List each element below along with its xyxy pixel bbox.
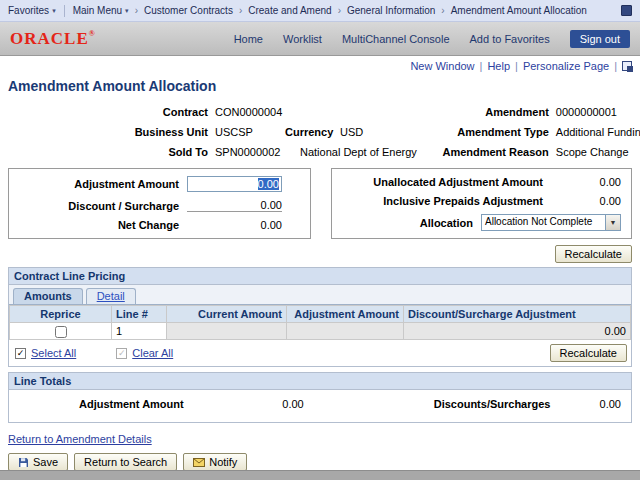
home-link[interactable]: Home [234, 33, 263, 45]
totals-discounts-label: Discounts/Surcharges [434, 398, 551, 410]
business-unit-value: USCSP [215, 122, 285, 142]
amendment-type-value: Additional Funding [556, 122, 640, 142]
contract-value: CON0000004 [215, 102, 282, 122]
divider: | [614, 60, 617, 72]
breadcrumb-item-customer-contracts[interactable]: Customer Contracts [144, 5, 233, 16]
recalculate-button[interactable]: Recalculate [555, 245, 632, 263]
currency-label: Currency [285, 122, 333, 142]
discount-surcharge-value: 0.00 [187, 199, 282, 212]
breadcrumb-separator: › [239, 5, 242, 16]
adjustment-amount-cell [287, 323, 404, 340]
divider [64, 5, 65, 17]
amendment-reason-label: Amendment Reason [417, 142, 549, 162]
multichannel-console-link[interactable]: MultiChannel Console [342, 33, 450, 45]
table-row: 1 0.00 [10, 323, 631, 340]
status-bar [0, 470, 640, 480]
tab-amounts[interactable]: Amounts [13, 288, 83, 304]
column-header-discount-adjustment[interactable]: Discount/Surcharge Adjustment [404, 306, 631, 323]
notify-icon [193, 458, 205, 467]
inclusive-prepaids-value: 0.00 [551, 195, 621, 207]
oracle-logo: ORACLE® [10, 29, 96, 49]
breadcrumb-separator: › [338, 5, 341, 16]
worklist-link[interactable]: Worklist [283, 33, 322, 45]
amendment-label: Amendment [417, 102, 549, 122]
chevron-down-icon: ▾ [52, 7, 56, 15]
column-header-line: Line # [112, 306, 167, 323]
amendment-type-label: Amendment Type [417, 122, 549, 142]
breadcrumb-separator: › [441, 5, 444, 16]
adjustment-amount-input[interactable]: 0.00 [187, 176, 282, 192]
adjustment-amount-input-value: 0.00 [258, 178, 279, 190]
allocation-group-box: Unallocated Adjustment Amount 0.00 Inclu… [331, 168, 632, 239]
notify-button-label: Notify [209, 456, 237, 468]
breadcrumb-item-create-and-amend[interactable]: Create and Amend [248, 5, 331, 16]
tab-detail-label: Detail [97, 290, 125, 302]
check-icon: ✓ [118, 349, 126, 358]
return-to-search-label: Return to Search [84, 456, 167, 468]
line-pricing-table: Reprice Line # Current Amount Adjustment… [9, 305, 631, 340]
line-totals-section: Line Totals Adjustment Amount 0.00 Disco… [8, 372, 632, 423]
business-unit-label: Business Unit [8, 122, 208, 142]
net-change-value: 0.00 [187, 219, 282, 231]
inclusive-prepaids-label: Inclusive Prepaids Adjustment [383, 195, 543, 207]
clear-all-link[interactable]: Clear All [132, 347, 173, 359]
check-icon: ✓ [17, 349, 25, 358]
chevron-down-icon[interactable]: ▼ [605, 215, 620, 230]
notify-button[interactable]: Notify [183, 453, 247, 471]
amendment-value: 0000000001 [556, 102, 617, 122]
save-icon [18, 457, 29, 468]
favorites-label: Favorites [8, 5, 49, 16]
sold-to-label: Sold To [8, 142, 208, 162]
page-utility-links: New Window | Help | Personalize Page | [8, 58, 632, 72]
unallocated-adjustment-label: Unallocated Adjustment Amount [373, 176, 543, 188]
menu-icon[interactable] [621, 5, 632, 16]
amendment-reason-value: Scope Change [556, 142, 629, 162]
line-number-cell: 1 [112, 323, 167, 340]
header-fields: Contract CON0000004 Business Unit USCSP … [8, 102, 632, 162]
select-all-link[interactable]: Select All [31, 347, 76, 359]
net-change-label: Net Change [19, 219, 179, 231]
allocation-select[interactable]: Allocation Not Complete ▼ [481, 214, 621, 231]
divider: | [480, 60, 483, 72]
reprice-checkbox[interactable] [55, 326, 67, 338]
toolbar: Save Return to Search Notify [8, 453, 632, 471]
tab-detail[interactable]: Detail [86, 288, 136, 304]
main-menu-label: Main Menu [73, 5, 122, 16]
divider: | [515, 60, 518, 72]
header-bar: ORACLE® Home Worklist MultiChannel Conso… [0, 22, 640, 56]
contract-line-pricing-section: Contract Line Pricing Amounts Detail Rep… [8, 267, 632, 367]
copy-url-icon[interactable] [622, 61, 632, 71]
adjustment-group-box: Adjustment Amount 0.00 Discount / Surcha… [8, 168, 311, 239]
breadcrumb-item-general-information[interactable]: General Information [347, 5, 435, 16]
column-header-current-amount[interactable]: Current Amount [167, 306, 287, 323]
favorites-menu[interactable]: Favorites ▾ [8, 5, 56, 16]
new-window-link[interactable]: New Window [410, 60, 474, 72]
return-to-search-button[interactable]: Return to Search [74, 453, 177, 471]
totals-discounts-value: 0.00 [550, 398, 621, 410]
discount-adjustment-cell: 0.00 [404, 323, 631, 340]
breadcrumb-separator: › [135, 5, 138, 16]
column-header-adjustment-amount[interactable]: Adjustment Amount [287, 306, 404, 323]
save-button[interactable]: Save [8, 453, 68, 471]
save-button-label: Save [33, 456, 58, 468]
help-link[interactable]: Help [487, 60, 510, 72]
breadcrumb-item-current-page: Amendment Amount Allocation [451, 5, 587, 16]
contract-line-pricing-title: Contract Line Pricing [9, 268, 631, 285]
column-header-reprice: Reprice [10, 306, 112, 323]
select-all-icon[interactable]: ✓ [15, 348, 26, 359]
contract-label: Contract [8, 102, 208, 122]
allocation-select-value: Allocation Not Complete [482, 215, 605, 230]
sign-out-button[interactable]: Sign out [570, 30, 630, 48]
current-amount-cell [167, 323, 287, 340]
return-to-amendment-details-link[interactable]: Return to Amendment Details [8, 433, 152, 445]
main-menu[interactable]: Main Menu ▾ [73, 5, 129, 16]
totals-adjustment-value: 0.00 [184, 398, 304, 410]
personalize-page-link[interactable]: Personalize Page [523, 60, 609, 72]
sold-to-value: SPN0000002 [215, 142, 300, 162]
recalculate-button-lines[interactable]: Recalculate [550, 344, 627, 362]
sold-to-name: National Dept of Energy [300, 142, 417, 162]
add-to-favorites-link[interactable]: Add to Favorites [470, 33, 550, 45]
clear-all-icon[interactable]: ✓ [116, 348, 127, 359]
breadcrumb: Favorites ▾ Main Menu ▾ › Customer Contr… [0, 0, 640, 22]
line-totals-title: Line Totals [9, 373, 631, 390]
